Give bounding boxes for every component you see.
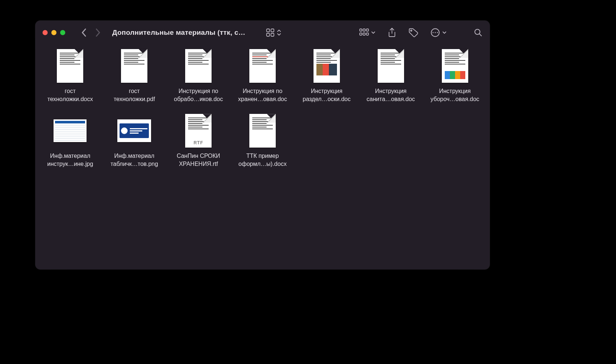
finder-window: Дополнительные материалы (ттк, с… — [35, 21, 490, 270]
minimize-button[interactable] — [51, 30, 56, 35]
file-label: Инструкцияраздел…оски.doc — [302, 87, 351, 103]
svg-point-14 — [437, 32, 438, 33]
file-thumbnail — [439, 48, 472, 83]
svg-rect-4 — [360, 29, 362, 31]
view-mode-button[interactable] — [266, 28, 281, 37]
file-item[interactable]: Инструкцияраздел…оски.doc — [294, 48, 359, 103]
chevron-down-icon — [442, 30, 447, 35]
svg-rect-1 — [271, 29, 274, 32]
file-thumbnail — [246, 48, 279, 83]
svg-rect-7 — [360, 33, 362, 35]
back-button[interactable] — [81, 28, 87, 37]
file-thumbnail — [118, 113, 151, 148]
file-label: СанПин СРОКИХРАНЕНИЯ.rtf — [177, 152, 220, 168]
toolbar: Дополнительные материалы (ттк, с… — [35, 21, 490, 45]
file-thumbnail — [54, 48, 87, 83]
svg-rect-2 — [267, 33, 270, 36]
file-thumbnail — [374, 48, 407, 83]
file-thumbnail — [54, 113, 87, 148]
file-item[interactable]: ТТК примероформл…ы).docx — [231, 113, 295, 168]
file-thumbnail — [246, 113, 279, 148]
forward-button[interactable] — [95, 28, 100, 37]
toolbar-right — [359, 28, 483, 37]
file-item[interactable]: Инструкция пообрабо…иков.doc — [166, 48, 231, 103]
group-by-button[interactable] — [359, 29, 375, 37]
svg-rect-5 — [363, 29, 365, 31]
close-button[interactable] — [43, 30, 48, 35]
file-label: Инструкциясанита…овая.doc — [367, 87, 415, 103]
svg-rect-8 — [363, 33, 365, 35]
svg-point-12 — [433, 32, 434, 33]
chevron-down-icon — [371, 30, 375, 35]
file-label: госттехноложки.docx — [47, 87, 93, 103]
svg-rect-6 — [366, 29, 368, 31]
file-item[interactable]: Инструкцияубороч…овая.doc — [423, 48, 487, 103]
file-item[interactable]: Инструкциясанита…овая.doc — [359, 48, 423, 103]
file-label: госттехноложки.pdf — [114, 87, 155, 103]
svg-point-10 — [411, 30, 412, 31]
window-title: Дополнительные материалы (ттк, с… — [112, 29, 245, 37]
svg-rect-0 — [267, 29, 270, 32]
file-grid: госттехноложки.docxгосттехноложки.pdfИнс… — [35, 45, 490, 175]
share-button[interactable] — [388, 28, 396, 37]
view-controls — [266, 28, 281, 37]
window-controls — [43, 30, 65, 35]
search-button[interactable] — [474, 28, 483, 37]
updown-icon — [277, 29, 281, 36]
file-label: Инструкция похранен…овая.doc — [238, 87, 287, 103]
file-item[interactable]: Инф.материалинструк…ине.jpg — [38, 113, 102, 168]
file-label: Инф.материалинструк…ине.jpg — [47, 152, 93, 168]
svg-point-13 — [435, 32, 436, 33]
tags-button[interactable] — [408, 28, 418, 37]
svg-rect-9 — [366, 33, 368, 35]
file-thumbnail — [118, 48, 151, 83]
file-label: Инструкцияубороч…овая.doc — [430, 87, 479, 103]
file-item[interactable]: Инструкция похранен…овая.doc — [231, 48, 295, 103]
file-thumbnail — [310, 48, 343, 83]
file-thumbnail: RTF — [182, 113, 215, 148]
file-item[interactable]: госттехноложки.pdf — [102, 48, 166, 103]
nav-arrows — [81, 28, 100, 37]
file-label: Инструкция пообрабо…иков.doc — [174, 87, 223, 103]
file-item[interactable]: Инф.материалтабличк…тов.png — [102, 113, 166, 168]
zoom-button[interactable] — [60, 30, 65, 35]
file-item[interactable]: RTFСанПин СРОКИХРАНЕНИЯ.rtf — [166, 113, 231, 168]
file-label: Инф.материалтабличк…тов.png — [110, 152, 158, 168]
file-item[interactable]: госттехноложки.docx — [38, 48, 102, 103]
action-menu-button[interactable] — [430, 28, 447, 37]
svg-line-16 — [479, 34, 481, 36]
file-label: ТТК примероформл…ы).docx — [238, 152, 286, 168]
file-thumbnail — [182, 48, 215, 83]
svg-rect-3 — [271, 33, 274, 36]
